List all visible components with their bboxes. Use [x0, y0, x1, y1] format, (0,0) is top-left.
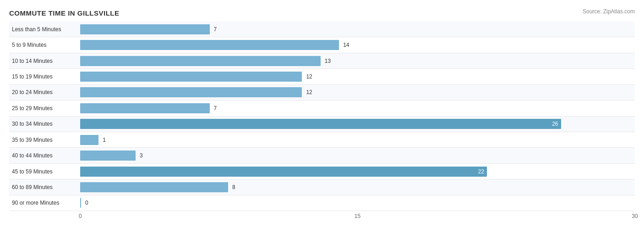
bar-track: 3 [80, 148, 635, 163]
bar-track: 12 [80, 69, 635, 84]
bar-value: 7 [214, 105, 217, 112]
bar-value: 7 [214, 26, 217, 33]
bar-value: 8 [232, 184, 235, 190]
bar-label: 35 to 39 Minutes [9, 137, 80, 143]
bar-value: 13 [325, 58, 331, 64]
bar-value: 0 [85, 200, 88, 206]
bar-value: 3 [140, 152, 143, 159]
bar-label: 40 to 44 Minutes [9, 152, 80, 159]
x-axis: 01530 [80, 211, 635, 220]
source-label: Source: ZipAtlas.com [583, 8, 635, 15]
bar-row: 20 to 24 Minutes12 [9, 85, 635, 100]
chart-area: Less than 5 Minutes75 to 9 Minutes1410 t… [9, 22, 635, 211]
bar-row: 60 to 89 Minutes8 [9, 179, 635, 195]
bar-label: 60 to 89 Minutes [9, 184, 80, 190]
bar-label: 15 to 19 Minutes [9, 73, 80, 80]
x-axis-label: 15 [355, 213, 360, 219]
chart-title: COMMUTE TIME IN GILLSVILLE [9, 9, 635, 17]
bar-row: 30 to 34 Minutes26 [9, 117, 635, 132]
bar-row: 90 or more Minutes0 [9, 195, 635, 211]
bar-track: 7 [80, 22, 635, 37]
bar-fill: 12 [80, 87, 302, 97]
bar-value: 22 [478, 168, 487, 175]
bar-track: 22 [80, 164, 635, 179]
bar-value: 12 [306, 89, 312, 95]
bar-row: 10 to 14 Minutes13 [9, 53, 635, 69]
bar-label: 25 to 29 Minutes [9, 105, 80, 112]
bar-value: 14 [343, 42, 349, 48]
x-axis-label: 0 [79, 213, 82, 219]
bar-row: 5 to 9 Minutes14 [9, 37, 635, 53]
bar-track: 0 [80, 195, 635, 211]
bar-track: 14 [80, 37, 635, 52]
bar-label: 10 to 14 Minutes [9, 58, 80, 64]
bar-fill: 13 [80, 56, 321, 66]
bar-fill: 14 [80, 40, 339, 50]
bar-value: 26 [552, 121, 561, 127]
bar-row: 35 to 39 Minutes1 [9, 132, 635, 148]
bar-track: 26 [80, 117, 635, 132]
bar-fill: 8 [80, 182, 228, 192]
bar-fill: 1 [80, 135, 98, 145]
bar-label: 5 to 9 Minutes [9, 42, 80, 48]
chart-container: COMMUTE TIME IN GILLSVILLE Source: ZipAt… [0, 0, 644, 240]
bar-label: 30 to 34 Minutes [9, 121, 80, 127]
bar-track: 8 [80, 179, 635, 195]
bar-label: Less than 5 Minutes [9, 26, 80, 33]
bar-row: 45 to 59 Minutes22 [9, 164, 635, 179]
bar-fill: 7 [80, 24, 210, 34]
bar-fill: 22 [80, 167, 487, 177]
bar-fill: 26 [80, 119, 561, 129]
bar-value: 1 [103, 137, 106, 143]
bar-fill: 7 [80, 103, 210, 113]
bar-label: 90 or more Minutes [9, 200, 80, 206]
bar-fill: 3 [80, 151, 136, 161]
bar-row: 25 to 29 Minutes7 [9, 100, 635, 116]
bar-fill: 0 [80, 198, 81, 208]
bar-fill: 12 [80, 72, 302, 82]
bar-row: Less than 5 Minutes7 [9, 22, 635, 37]
bar-track: 7 [80, 100, 635, 116]
bar-row: 40 to 44 Minutes3 [9, 148, 635, 163]
bar-value: 12 [306, 73, 312, 80]
bar-row: 15 to 19 Minutes12 [9, 69, 635, 84]
bar-label: 20 to 24 Minutes [9, 89, 80, 95]
bar-label: 45 to 59 Minutes [9, 168, 80, 175]
bar-track: 1 [80, 132, 635, 147]
x-axis-label: 30 [632, 213, 638, 219]
bar-track: 13 [80, 53, 635, 68]
bar-track: 12 [80, 85, 635, 100]
